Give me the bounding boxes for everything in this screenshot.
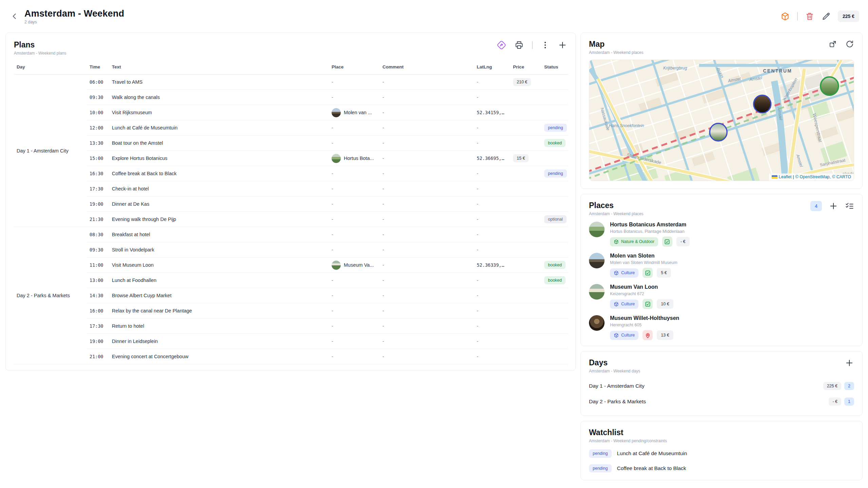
day-group-label: Day 2 - Parks & Markets [14, 227, 87, 364]
plan-time: 13:00 [87, 273, 109, 288]
map-canvas[interactable]: Krijtbergbrug Rokin CENTRUM Amstel Amste… [589, 60, 854, 181]
category-tag: Nature & Outdoor [610, 237, 658, 246]
add-icon [558, 40, 567, 50]
empty-value: - [477, 339, 478, 344]
plan-row[interactable]: 09:30Walk along the canals--- [14, 90, 568, 105]
plan-comment: - [380, 227, 474, 242]
plan-row[interactable]: Day 2 - Parks & Markets08:30Breakfast at… [14, 227, 568, 242]
plans-menu-button[interactable] [541, 41, 550, 49]
plan-latlng: - [474, 288, 510, 303]
plan-row[interactable]: 10:00Visit RijksmuseumMolen van ...-52.3… [14, 105, 568, 120]
plan-place-chip[interactable]: Hortus Bota... [332, 154, 377, 163]
plan-time-value: 15:00 [90, 156, 103, 161]
day-row[interactable]: Day 1 - Amsterdam City225 €2 [589, 378, 854, 394]
place-item[interactable]: Museum Van LoonKeizersgracht 672Culture1… [589, 284, 854, 309]
day-row[interactable]: Day 2 - Parks & Markets- €1 [589, 394, 854, 409]
empty-value: - [477, 232, 478, 237]
plan-price [510, 166, 541, 181]
day-name: Day 1 - Amsterdam City [589, 383, 645, 389]
plan-place: - [329, 90, 380, 105]
carto-link[interactable]: © CARTO [832, 175, 851, 179]
empty-value: - [477, 95, 478, 100]
plan-row[interactable]: 15:00Explore Hortus BotanicusHortus Bota… [14, 151, 568, 166]
plan-time: 14:30 [87, 288, 109, 303]
openstreetmap-link[interactable]: © OpenStreetMap, [795, 175, 831, 179]
plan-latlng: 52.36339,… [474, 258, 510, 273]
plan-row[interactable]: 16:00Relax by the canal near De Plantage… [14, 303, 568, 319]
map-expand-button[interactable] [828, 40, 837, 48]
plan-row[interactable]: 19:00Dinner in Leidseplein--- [14, 334, 568, 349]
plan-text: Dinner at De Kas [109, 197, 329, 212]
place-item[interactable]: Hortus Botanicus AmsterdamHortus Botanic… [589, 222, 854, 247]
plan-row[interactable]: 16:30Coffee break at Back to Black---pen… [14, 166, 568, 181]
plan-row[interactable]: 12:00Lunch at Café de Museumtuin---pendi… [14, 120, 568, 136]
plan-text: Lunch at Café de Museumtuin [109, 120, 329, 136]
plan-time: 06:00 [87, 75, 109, 90]
visited-check-badge [643, 268, 653, 278]
plans-subtitle: Amsterdam - Weekend plans [14, 51, 66, 56]
watchlist-item[interactable]: pendingLunch at Café de Museumtuin [589, 449, 854, 458]
plan-comment: - [380, 166, 474, 181]
map-marker-hortus-botanicus[interactable] [821, 77, 839, 95]
plan-place-chip[interactable]: Molen van ... [332, 108, 377, 117]
plan-time-value: 12:00 [90, 125, 103, 130]
delete-button[interactable] [805, 12, 814, 21]
add-day-button[interactable] [845, 358, 854, 368]
watchlist-item[interactable]: pendingCoffee break at Back to Black [589, 464, 854, 473]
plan-row[interactable]: 13:30Boat tour on the Amstel---booked [14, 136, 568, 151]
plan-row[interactable]: 13:00Lunch at Foodhallen---booked [14, 273, 568, 288]
place-name: Museum Willet-Holthuysen [610, 315, 679, 321]
map-marker-museum-willet-holthuysen[interactable] [754, 95, 771, 113]
empty-value: - [382, 278, 384, 283]
empty-value: - [382, 339, 384, 344]
plan-row[interactable]: 11:00Visit Museum LoonMuseum Va...-52.36… [14, 258, 568, 273]
plan-text: Browse Albert Cuyp Market [109, 288, 329, 303]
plan-row[interactable]: 17:30Check-in at hotel--- [14, 181, 568, 197]
plan-place: - [329, 136, 380, 151]
plan-text: Walk along the canals [109, 90, 329, 105]
leaflet-link[interactable]: Leaflet [779, 175, 792, 179]
plan-row[interactable]: 19:00Dinner at De Kas--- [14, 197, 568, 212]
plan-latlng: - [474, 349, 510, 364]
plan-price [510, 212, 541, 227]
plan-row[interactable]: 09:30Stroll in Vondelpark--- [14, 242, 568, 258]
route-button[interactable] [497, 40, 506, 50]
place-name: Hortus Botanicus Amsterdam [610, 222, 690, 228]
plan-status [541, 90, 568, 105]
map-marker-museum-van-loon[interactable] [710, 123, 727, 141]
watchlist-item-text: Coffee break at Back to Black [617, 465, 686, 471]
days-panel: Days Amsterdam - Weekend days Day 1 - Am… [580, 351, 863, 416]
place-item[interactable]: Museum Willet-HolthuysenHerengracht 605C… [589, 315, 854, 340]
plan-place: - [329, 212, 380, 227]
place-address: Hortus Botanicus, Plantage Middenlaan [610, 229, 690, 234]
plan-row[interactable]: 17:30Return to hotel--- [14, 319, 568, 334]
print-button[interactable] [514, 40, 524, 50]
plan-comment: - [380, 212, 474, 227]
plan-latlng-value: 52.36339,… [477, 262, 504, 268]
category-tag: Culture [610, 331, 638, 340]
place-item[interactable]: Molen van SlotenMolen van Sloten Windmil… [589, 253, 854, 278]
edit-button[interactable] [822, 12, 830, 21]
plan-text: Boat tour on the Amstel [109, 136, 329, 151]
empty-value: - [332, 232, 333, 237]
days-subtitle: Amsterdam - Weekend days [589, 369, 640, 373]
places-list-mode-button[interactable] [845, 202, 854, 211]
plan-row[interactable]: 21:30Evening walk through De Pijp---opti… [14, 212, 568, 227]
plan-time-value: 10:00 [90, 110, 103, 115]
add-plan-button[interactable] [558, 40, 567, 50]
plan-time: 09:30 [87, 242, 109, 258]
back-button[interactable] [9, 11, 20, 22]
plan-text: Relax by the canal near De Plantage [109, 303, 329, 319]
plan-comment: - [380, 303, 474, 319]
plan-status [541, 105, 568, 120]
plan-time: 21:30 [87, 212, 109, 227]
map-refresh-button[interactable] [845, 40, 854, 48]
empty-value: - [382, 232, 384, 237]
box-button[interactable] [781, 12, 790, 21]
plan-row[interactable]: 14:30Browse Albert Cuyp Market--- [14, 288, 568, 303]
plan-row[interactable]: Day 1 - Amsterdam City06:00Travel to AMS… [14, 75, 568, 90]
plan-place-chip[interactable]: Museum Va... [332, 261, 377, 270]
plan-row[interactable]: 21:00Evening concert at Concertgebouw--- [14, 349, 568, 364]
place-address: Herengracht 605 [610, 323, 679, 327]
add-place-button[interactable] [829, 201, 838, 211]
